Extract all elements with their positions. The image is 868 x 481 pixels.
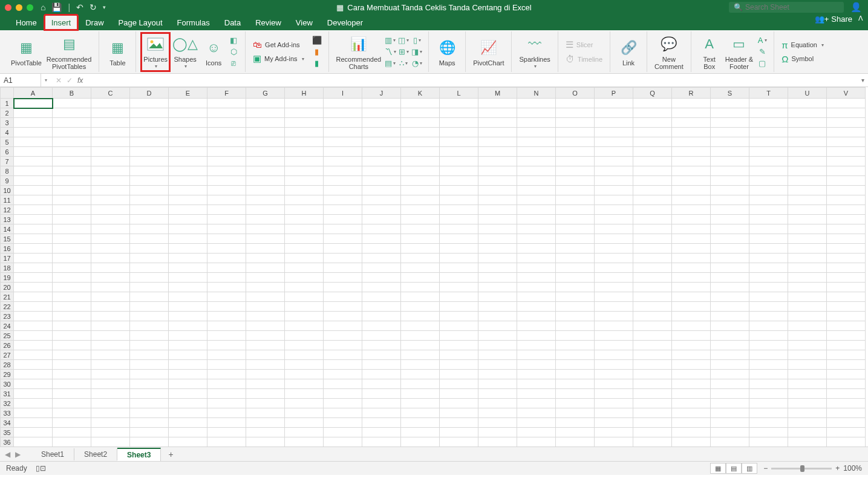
cell-A23[interactable]	[14, 312, 53, 321]
cell-A8[interactable]	[14, 166, 53, 176]
cell-B12[interactable]	[53, 205, 91, 215]
cell-G2[interactable]	[246, 108, 285, 118]
col-header-T[interactable]: T	[749, 88, 788, 99]
cell-L36[interactable]	[440, 437, 478, 447]
cell-E3[interactable]	[169, 118, 207, 128]
cell-E13[interactable]	[169, 215, 207, 224]
cell-G34[interactable]	[246, 418, 285, 428]
cell-C25[interactable]	[91, 331, 130, 341]
cell-M28[interactable]	[478, 360, 517, 370]
cell-D23[interactable]	[130, 312, 169, 321]
cell-D19[interactable]	[130, 273, 169, 283]
cell-T25[interactable]	[749, 331, 788, 341]
cell-P4[interactable]	[595, 128, 633, 137]
cell-T20[interactable]	[749, 283, 788, 292]
cell-M1[interactable]	[478, 99, 517, 108]
cell-K3[interactable]	[401, 118, 440, 128]
cell-P17[interactable]	[595, 254, 633, 263]
cell-P34[interactable]	[595, 418, 633, 428]
cell-E18[interactable]	[169, 263, 207, 273]
cell-K10[interactable]	[401, 186, 440, 195]
cell-N11[interactable]	[517, 195, 556, 205]
name-box-dropdown-icon[interactable]: ▾	[42, 77, 50, 83]
cell-B27[interactable]	[53, 350, 91, 360]
cell-A21[interactable]	[14, 292, 53, 302]
cell-O11[interactable]	[556, 195, 595, 205]
cell-A1[interactable]	[14, 99, 53, 108]
cell-S8[interactable]	[711, 166, 749, 176]
cell-F13[interactable]	[207, 215, 246, 224]
cell-A20[interactable]	[14, 283, 53, 292]
cell-C27[interactable]	[91, 350, 130, 360]
cell-K30[interactable]	[401, 379, 440, 389]
cell-I35[interactable]	[324, 428, 362, 437]
cell-F11[interactable]	[207, 195, 246, 205]
cell-Q12[interactable]	[633, 205, 672, 215]
cell-N29[interactable]	[517, 370, 556, 379]
cell-P14[interactable]	[595, 224, 633, 234]
cell-L24[interactable]	[440, 321, 478, 331]
cell-B1[interactable]	[53, 99, 91, 108]
cell-B23[interactable]	[53, 312, 91, 321]
sheet-nav-next-icon[interactable]: ▶	[15, 450, 21, 459]
cell-N2[interactable]	[517, 108, 556, 118]
row-header-27[interactable]: 27	[1, 350, 14, 360]
cell-F31[interactable]	[207, 389, 246, 399]
cell-M31[interactable]	[478, 389, 517, 399]
cell-T6[interactable]	[749, 147, 788, 157]
cell-J21[interactable]	[362, 292, 401, 302]
col-header-F[interactable]: F	[207, 88, 246, 99]
cell-E11[interactable]	[169, 195, 207, 205]
cell-E17[interactable]	[169, 254, 207, 263]
cell-R31[interactable]	[672, 389, 711, 399]
cell-U16[interactable]	[788, 244, 827, 254]
cell-C16[interactable]	[91, 244, 130, 254]
cell-M14[interactable]	[478, 224, 517, 234]
row-header-35[interactable]: 35	[1, 428, 14, 437]
cell-A28[interactable]	[14, 360, 53, 370]
cell-T19[interactable]	[749, 273, 788, 283]
cell-Q35[interactable]	[633, 428, 672, 437]
cell-C34[interactable]	[91, 418, 130, 428]
cell-N23[interactable]	[517, 312, 556, 321]
cell-C7[interactable]	[91, 157, 130, 166]
cell-U29[interactable]	[788, 370, 827, 379]
cell-D33[interactable]	[130, 408, 169, 418]
cell-B17[interactable]	[53, 254, 91, 263]
cell-F35[interactable]	[207, 428, 246, 437]
redo-icon[interactable]: ↻	[90, 2, 97, 12]
cell-A2[interactable]	[14, 108, 53, 118]
cell-S21[interactable]	[711, 292, 749, 302]
cell-M34[interactable]	[478, 418, 517, 428]
cell-H36[interactable]	[285, 437, 324, 447]
cell-C26[interactable]	[91, 341, 130, 350]
cell-C12[interactable]	[91, 205, 130, 215]
cell-K14[interactable]	[401, 224, 440, 234]
cell-C19[interactable]	[91, 273, 130, 283]
cell-U25[interactable]	[788, 331, 827, 341]
cell-B26[interactable]	[53, 341, 91, 350]
sheet-nav-prev-icon[interactable]: ◀	[5, 450, 10, 459]
cell-O32[interactable]	[556, 399, 595, 408]
cell-U21[interactable]	[788, 292, 827, 302]
cell-S24[interactable]	[711, 321, 749, 331]
header-footer-button[interactable]: ▭ Header & Footer	[723, 33, 755, 71]
row-header-26[interactable]: 26	[1, 341, 14, 350]
cell-O21[interactable]	[556, 292, 595, 302]
cell-D7[interactable]	[130, 157, 169, 166]
cell-B25[interactable]	[53, 331, 91, 341]
cell-R19[interactable]	[672, 273, 711, 283]
expand-formula-bar-icon[interactable]: ▾	[861, 77, 864, 83]
cell-U27[interactable]	[788, 350, 827, 360]
cell-G15[interactable]	[246, 234, 285, 244]
maximize-window-icon[interactable]	[27, 4, 33, 11]
tab-page-layout[interactable]: Page Layout	[111, 15, 170, 30]
cell-B35[interactable]	[53, 428, 91, 437]
cell-F36[interactable]	[207, 437, 246, 447]
cell-F29[interactable]	[207, 370, 246, 379]
cell-T14[interactable]	[749, 224, 788, 234]
cell-Q18[interactable]	[633, 263, 672, 273]
cell-F34[interactable]	[207, 418, 246, 428]
cell-T16[interactable]	[749, 244, 788, 254]
row-header-17[interactable]: 17	[1, 254, 14, 263]
